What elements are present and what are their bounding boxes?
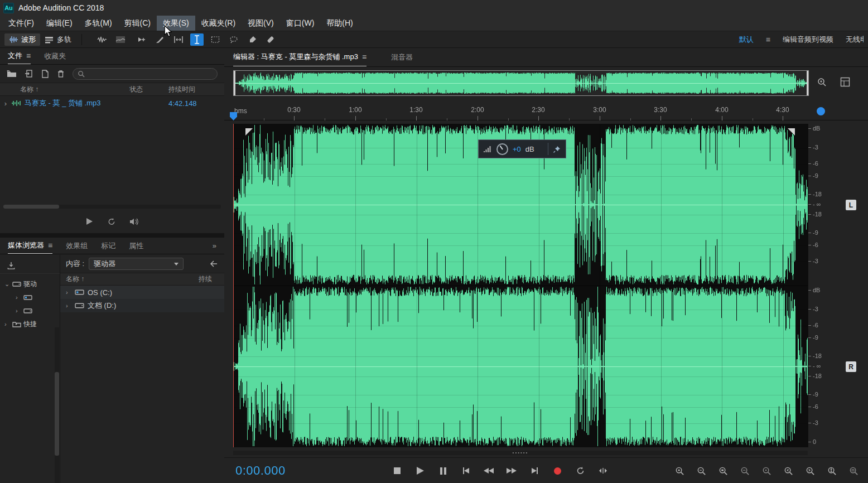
slip-tool[interactable] <box>172 33 185 46</box>
chevron-right-icon[interactable]: › <box>66 302 71 309</box>
menu-item-clip[interactable]: 剪辑(C) <box>118 16 157 31</box>
expand-chevron-icon[interactable]: › <box>0 99 11 108</box>
play-button[interactable] <box>414 465 426 476</box>
marquee-selection-tool[interactable] <box>209 33 222 46</box>
loop-playback-button[interactable] <box>575 465 586 476</box>
zoom-out-button[interactable] <box>696 465 707 476</box>
chevron-right-icon[interactable]: › <box>16 294 21 301</box>
menu-item-effects[interactable]: 效果(S) <box>157 16 195 31</box>
tree-item-drive-c[interactable]: › <box>0 291 60 304</box>
editor-hscrollbar[interactable]: •••••• <box>233 451 808 455</box>
tab-overflow-chevron[interactable]: » <box>213 238 216 254</box>
gain-value[interactable]: +0 <box>513 145 521 153</box>
drive-row-c[interactable]: › OS (C:) <box>60 286 224 299</box>
workspace-radio[interactable]: 无线电 <box>846 35 864 45</box>
drive-row-d[interactable]: › 文档 (D:) <box>60 299 224 312</box>
zoom-in-button[interactable] <box>674 465 685 476</box>
media-tree-scrollbar-thumb[interactable] <box>55 372 59 456</box>
fast-forward-button[interactable] <box>506 465 517 476</box>
waveform-display-toggle[interactable] <box>95 33 109 46</box>
skip-to-end-button[interactable] <box>529 465 540 476</box>
menu-item-view[interactable]: 视图(V) <box>242 16 280 31</box>
zoom-in-right-button[interactable] <box>804 465 816 476</box>
tab-mixer[interactable]: 混音器 <box>391 48 413 66</box>
back-arrow-icon[interactable] <box>209 260 219 268</box>
new-item-icon[interactable] <box>41 70 49 78</box>
overview-waveform[interactable] <box>234 71 808 95</box>
zoom-in-point-button[interactable] <box>761 465 772 476</box>
playhead-line[interactable] <box>233 124 234 447</box>
trash-icon[interactable] <box>57 70 65 78</box>
right-channel-badge[interactable]: R <box>846 361 856 372</box>
workspace-default[interactable]: 默认 <box>739 35 754 45</box>
zoom-selection-button[interactable] <box>717 465 729 476</box>
tab-effects-rack[interactable]: 效果组 <box>66 238 88 254</box>
left-channel-badge[interactable]: L <box>846 200 856 210</box>
column-status[interactable]: 状态 <box>129 85 168 94</box>
timeline-ruler[interactable]: hms 0:30 1:00 1:30 2:00 2:30 3:00 3:30 4… <box>224 103 868 120</box>
time-selection-tool[interactable] <box>190 33 204 46</box>
column-name[interactable]: 名称 ↑ <box>0 85 129 94</box>
workspace-edit-audio-to-video[interactable]: 编辑音频到视频 <box>783 35 833 45</box>
tab-favorites[interactable]: 收藏夹 <box>44 48 66 64</box>
preview-play-button[interactable] <box>84 216 95 227</box>
content-dropdown[interactable]: 驱动器 <box>89 258 184 270</box>
record-button[interactable] <box>552 465 563 476</box>
rewind-button[interactable] <box>483 465 494 476</box>
tab-media-browser[interactable]: 媒体浏览器 ≡ <box>8 238 52 254</box>
tab-markers[interactable]: 标记 <box>101 238 115 254</box>
waveform-display[interactable] <box>233 124 808 447</box>
editor-panel-menu-icon[interactable]: ≡ <box>362 52 367 61</box>
zoom-vertical-button[interactable] <box>826 465 837 476</box>
gain-knob[interactable] <box>496 143 508 155</box>
stop-button[interactable] <box>392 465 403 476</box>
download-icon[interactable] <box>7 262 16 270</box>
waveform-view-button[interactable]: 波形 <box>4 33 40 46</box>
menu-item-multitrack[interactable]: 多轨(M) <box>79 16 118 31</box>
chevron-right-icon[interactable]: › <box>16 307 21 314</box>
files-hscrollbar-thumb[interactable] <box>3 205 59 209</box>
move-playhead-tool[interactable] <box>135 33 148 46</box>
media-tree-scrollbar[interactable] <box>55 327 59 483</box>
hscrollbar-handle[interactable]: •••••• <box>513 451 529 455</box>
workspace-menu-icon[interactable]: ≡ <box>766 35 770 44</box>
tree-item-drive-d[interactable]: › <box>0 304 60 317</box>
auto-play-button[interactable] <box>128 216 139 227</box>
spectral-display-toggle[interactable] <box>114 33 127 46</box>
overview-strip[interactable] <box>233 70 809 96</box>
files-hscrollbar[interactable] <box>3 205 221 209</box>
tab-editor[interactable]: 编辑器 : 马赛克 - 莫里森与杂货铺 .mp3 ≡ <box>233 48 367 66</box>
folder-open-icon[interactable] <box>7 70 17 78</box>
chevron-right-icon[interactable]: › <box>4 321 10 327</box>
pin-icon[interactable] <box>553 145 561 153</box>
tree-item-shortcuts[interactable]: › 快捷 <box>0 317 60 331</box>
import-file-icon[interactable] <box>25 70 33 78</box>
pause-button[interactable] <box>437 465 449 476</box>
zoom-out-full-button[interactable] <box>739 465 750 476</box>
zoom-in-left-button[interactable] <box>783 465 794 476</box>
menu-item-edit[interactable]: 编辑(E) <box>40 16 79 31</box>
media-panel-menu-icon[interactable]: ≡ <box>48 241 52 250</box>
menu-item-window[interactable]: 窗口(W) <box>280 16 321 31</box>
multitrack-view-button[interactable]: 多轨 <box>40 33 76 46</box>
chevron-down-icon[interactable]: ⌄ <box>4 281 10 288</box>
media-column-name[interactable]: 名称 ↑ <box>66 274 84 284</box>
skip-to-start-button[interactable] <box>460 465 471 476</box>
zoom-full-button[interactable] <box>848 465 859 476</box>
monitor-indicator-icon[interactable] <box>817 107 825 115</box>
menu-item-favorites[interactable]: 收藏夹(R) <box>195 16 242 31</box>
file-row[interactable]: › 马赛克 - 莫 _ 货铺 .mp3 4:42.148 <box>0 96 224 110</box>
zoom-navigate-icon[interactable] <box>817 77 828 87</box>
tab-files[interactable]: 文件 ≡ <box>8 48 31 64</box>
files-panel-menu-icon[interactable]: ≡ <box>26 51 31 60</box>
loop-preview-button[interactable] <box>106 216 117 227</box>
panel-grid-icon[interactable] <box>840 77 850 87</box>
media-column-duration[interactable]: 持续 <box>199 274 224 284</box>
paintbrush-selection-tool[interactable] <box>245 33 259 46</box>
menu-item-file[interactable]: 文件(F) <box>2 16 40 31</box>
tab-properties[interactable]: 属性 <box>129 238 143 254</box>
spot-healing-brush-tool[interactable] <box>264 33 277 46</box>
chevron-right-icon[interactable]: › <box>66 289 71 296</box>
search-input[interactable] <box>73 68 218 80</box>
tree-item-drives[interactable]: ⌄ 驱动 <box>0 277 60 291</box>
